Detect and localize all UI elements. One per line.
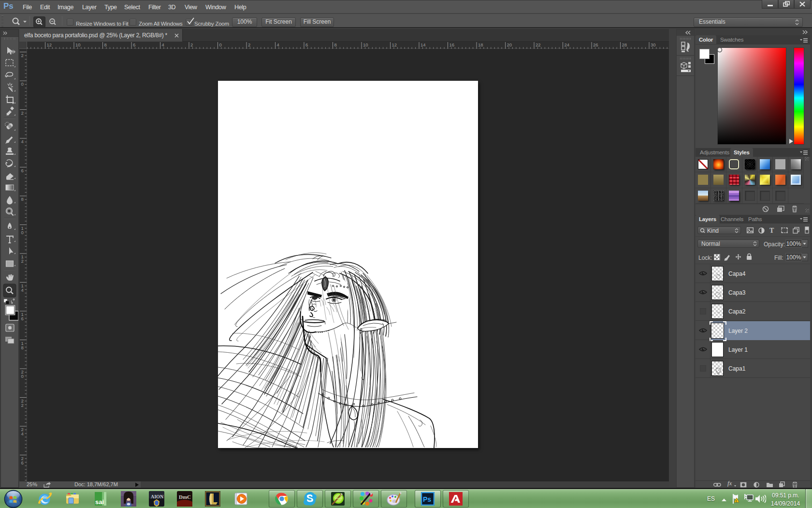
svg-text:24: 24: [565, 42, 570, 47]
svg-text:14: 14: [420, 42, 426, 47]
svg-text:AION: AION: [151, 494, 164, 499]
svg-text:0: 0: [219, 42, 222, 47]
svg-text:4: 4: [277, 42, 279, 47]
svg-text:22: 22: [536, 42, 541, 47]
svg-text:18: 18: [478, 42, 483, 47]
svg-text:2: 2: [21, 403, 24, 408]
svg-text:4: 4: [21, 287, 24, 293]
svg-text:2: 2: [21, 53, 24, 58]
svg-text:2: 2: [21, 258, 24, 264]
svg-text:8: 8: [21, 345, 24, 350]
svg-text:Ps: Ps: [423, 495, 431, 503]
svg-text:26: 26: [593, 42, 598, 47]
svg-text:10: 10: [75, 42, 81, 47]
svg-text:6: 6: [21, 316, 24, 321]
svg-text:4: 4: [162, 42, 164, 47]
svg-text:sai: sai: [95, 498, 104, 506]
svg-text:8: 8: [21, 196, 24, 202]
svg-text:4: 4: [21, 431, 24, 436]
svg-text:12: 12: [392, 42, 397, 47]
svg-text:10: 10: [363, 42, 368, 47]
svg-text:4: 4: [21, 139, 24, 144]
svg-text:0: 0: [21, 374, 24, 379]
svg-text:6: 6: [21, 168, 24, 173]
svg-text:6: 6: [21, 460, 24, 465]
svg-text:16: 16: [450, 42, 455, 47]
svg-text:0: 0: [21, 81, 24, 87]
svg-text:!: !: [736, 499, 737, 503]
svg-text:20: 20: [507, 42, 512, 47]
svg-text:DmC: DmC: [179, 494, 191, 500]
svg-text:8: 8: [104, 42, 107, 47]
svg-text:28: 28: [622, 42, 627, 47]
svg-text:0: 0: [21, 230, 24, 235]
svg-text:8: 8: [334, 42, 337, 47]
svg-text:12: 12: [47, 42, 52, 47]
svg-text:2: 2: [190, 42, 193, 47]
svg-text:6: 6: [133, 42, 135, 47]
svg-text:2: 2: [248, 42, 250, 47]
svg-text:30: 30: [651, 42, 656, 47]
svg-text:2: 2: [21, 110, 24, 116]
svg-text:6: 6: [305, 42, 308, 47]
